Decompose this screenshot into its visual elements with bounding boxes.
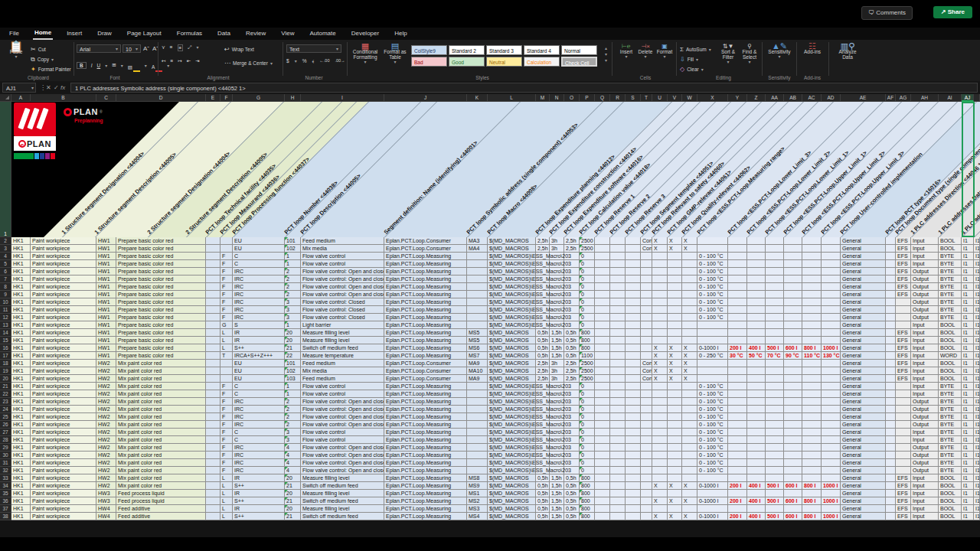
cell-Y13[interactable] <box>728 321 747 329</box>
cell-A18[interactable]: HK1 <box>11 360 31 367</box>
cell-J4[interactable]: Eplan.PCT.Loop.Measuring <box>384 253 467 260</box>
cell-Z18[interactable] <box>747 360 766 367</box>
cell-T30[interactable] <box>641 452 652 459</box>
cell-Y27[interactable] <box>728 429 747 436</box>
cell-M36[interactable]: 0,5h <box>536 497 550 505</box>
cell-Z13[interactable] <box>747 321 766 329</box>
cell-X24[interactable]: 0 - 100 °C <box>697 406 728 413</box>
formula-input[interactable]: 1 PLC addresses Symbolic address (single… <box>70 83 978 93</box>
cell-AF11[interactable] <box>886 306 896 314</box>
cell-G37[interactable]: IR <box>233 505 285 513</box>
cell-Z30[interactable] <box>747 452 766 459</box>
cell-Y38[interactable]: 200 l <box>728 513 747 520</box>
cell-AA28[interactable] <box>766 436 784 444</box>
cell-V19[interactable]: X <box>668 367 682 375</box>
cell-L25[interactable]: $(MD_MACROS)\ESS_Macro\203 <box>488 413 536 421</box>
cell-U29[interactable] <box>652 444 668 452</box>
cell-AK19[interactable]: I1 <box>974 367 980 375</box>
cell-AH28[interactable]: Input <box>911 436 939 444</box>
cell-P10[interactable]: 0 <box>580 298 595 306</box>
cell-L7[interactable]: $(MD_MACROS)\ESS_Macro\203 <box>488 276 536 283</box>
cell-AF21[interactable] <box>886 383 896 390</box>
cell-G24[interactable]: IRC <box>233 406 285 413</box>
column-header-AC[interactable]: AC <box>802 94 822 102</box>
cell-AK23[interactable]: I1 <box>974 398 980 406</box>
cell-N2[interactable]: 3h <box>550 237 564 245</box>
column-header-O[interactable]: O <box>564 94 580 102</box>
cell-AD11[interactable] <box>822 306 841 314</box>
row-header-16[interactable]: 16 <box>0 344 11 352</box>
cell-V2[interactable]: X <box>668 237 682 245</box>
cell-AH16[interactable]: Input <box>911 344 939 352</box>
cell-I5[interactable]: Flow valve control <box>301 260 384 268</box>
cell-K31[interactable] <box>467 459 488 467</box>
tab-draw[interactable]: Draw <box>96 28 113 39</box>
cell-AJ30[interactable]: I1 <box>962 452 974 459</box>
cell-S29[interactable] <box>626 444 641 452</box>
cell-Q28[interactable] <box>595 436 610 444</box>
cell-J3[interactable]: Eplan.PCT.Loop.Consumer <box>384 245 467 253</box>
cell-F36[interactable]: L <box>220 497 233 505</box>
cell-W29[interactable] <box>682 444 697 452</box>
cell-V30[interactable] <box>668 452 682 459</box>
cell-F6[interactable]: F <box>220 268 233 276</box>
cell-AF33[interactable] <box>886 474 896 482</box>
cell-F11[interactable]: F <box>220 306 233 314</box>
cell-AC28[interactable] <box>802 436 822 444</box>
cell-AB8[interactable] <box>784 283 802 291</box>
cell-AJ21[interactable]: I1 <box>962 383 974 390</box>
cell-M38[interactable]: 0,5h <box>536 513 550 520</box>
cell-AE4[interactable]: General <box>841 253 886 260</box>
cell-Y25[interactable] <box>728 413 747 421</box>
cell-R10[interactable] <box>610 298 626 306</box>
cell-C6[interactable]: HW1 <box>96 268 116 276</box>
cell-G19[interactable]: EU <box>233 367 285 375</box>
cell-Q18[interactable] <box>595 360 610 367</box>
cell-S30[interactable] <box>626 452 641 459</box>
cell-AE22[interactable]: General <box>841 390 886 398</box>
cell-N38[interactable]: 1,5h <box>550 513 564 520</box>
cell-U13[interactable] <box>652 321 668 329</box>
cell-AE24[interactable]: General <box>841 406 886 413</box>
cell-G12[interactable]: IRC <box>233 314 285 321</box>
cell-AB17[interactable]: 90 °C <box>784 352 802 360</box>
find-select-button[interactable]: ⚲ Find & Select▾ <box>740 44 760 65</box>
cell-L15[interactable]: $(MD_MACROS <box>488 337 536 344</box>
cell-M34[interactable]: 0,5h <box>536 482 550 490</box>
cell-W28[interactable] <box>682 436 697 444</box>
cell-P36[interactable]: 800 <box>580 497 595 505</box>
cell-X2[interactable] <box>697 237 728 245</box>
cell-H20[interactable]: 103 <box>285 375 301 383</box>
cell-AK8[interactable]: I1 <box>974 283 980 291</box>
column-header-U[interactable]: U <box>652 94 668 102</box>
cell-X11[interactable]: 0 - 100 °C <box>697 306 728 314</box>
cell-AC8[interactable] <box>802 283 822 291</box>
cell-F4[interactable]: F <box>220 253 233 260</box>
cell-C17[interactable]: HW1 <box>96 352 116 360</box>
cell-AE5[interactable]: General <box>841 260 886 268</box>
cell-Y15[interactable] <box>728 337 747 344</box>
cell-C33[interactable]: HW2 <box>96 474 116 482</box>
cell-D27[interactable]: Mix paint color red <box>116 429 206 436</box>
cell-AA25[interactable] <box>766 413 784 421</box>
cell-Z10[interactable] <box>747 298 766 306</box>
cell-style-good[interactable]: Good <box>449 57 485 67</box>
enter-icon[interactable]: ✓ <box>54 83 59 93</box>
cell-U8[interactable] <box>652 283 668 291</box>
row-header-10[interactable]: 10 <box>0 298 11 306</box>
cell-AE11[interactable]: General <box>841 306 886 314</box>
styles-gallery-scroll[interactable]: ▴▾▾ <box>605 45 607 63</box>
cell-AK12[interactable]: I1 <box>974 314 980 321</box>
cell-V31[interactable] <box>668 459 682 467</box>
cell-AG19[interactable]: EFS <box>896 367 911 375</box>
row-header-37[interactable]: 37 <box>0 505 11 513</box>
cell-Z38[interactable]: 400 l <box>747 513 766 520</box>
cell-Z19[interactable] <box>747 367 766 375</box>
cell-AD14[interactable] <box>822 329 841 337</box>
column-header-W[interactable]: W <box>682 94 697 102</box>
row-header-9[interactable]: 9 <box>0 291 11 298</box>
cell-AK33[interactable]: I1 <box>974 474 980 482</box>
cell-AJ8[interactable]: I1 <box>962 283 974 291</box>
cell-AJ25[interactable]: I1 <box>962 413 974 421</box>
cell-A36[interactable]: HK1 <box>11 497 31 505</box>
